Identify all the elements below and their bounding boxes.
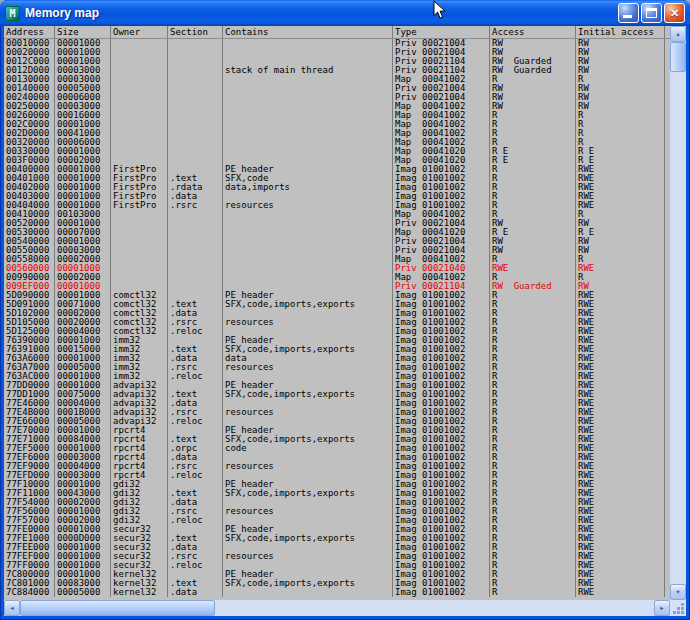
table-row[interactable]: 77FF000000001000secur32.relocImag 010010… bbox=[4, 561, 670, 570]
resize-grip[interactable] bbox=[670, 600, 686, 616]
table-row[interactable]: 0040200000001000FirstPro.rdatadata,impor… bbox=[4, 183, 670, 192]
table-row[interactable]: 77FEF00000001000secur32.rsrcresourcesIma… bbox=[4, 552, 670, 561]
table-row[interactable]: 77DD000000001000advapi32PE headerImag 01… bbox=[4, 381, 670, 390]
table-row[interactable]: 5D10500000020000comctl32.rsrcresourcesIm… bbox=[4, 318, 670, 327]
table-row[interactable]: 0033000000001000Map 00041020R ER E bbox=[4, 147, 670, 156]
cell-access: R E bbox=[490, 228, 576, 237]
column-header-access[interactable]: Access bbox=[490, 26, 576, 38]
table-row[interactable]: 77FE10000000D000secur32.textSFX,code,imp… bbox=[4, 534, 670, 543]
minimize-button[interactable] bbox=[618, 3, 639, 23]
table-row[interactable]: 7C80000000001000kernel32PE headerImag 01… bbox=[4, 570, 670, 579]
table-row[interactable]: 7639100000015000imm32.textSFX,code,impor… bbox=[4, 345, 670, 354]
column-header-initial-access[interactable]: Initial access bbox=[576, 26, 665, 38]
cell-initial-access: R bbox=[576, 138, 665, 147]
table-row[interactable]: 77FE000000001000secur32PE headerImag 010… bbox=[4, 525, 670, 534]
table-row[interactable]: 77F5600000001000gdi32.rsrcresourcesImag … bbox=[4, 507, 670, 516]
table-row[interactable]: 5D12500000004000comctl32.relocImag 01001… bbox=[4, 327, 670, 336]
memory-map-client: AddressSizeOwnerSectionContainsTypeAcces… bbox=[4, 26, 686, 616]
table-row[interactable]: 0052000000001000Priv 00021004RWRW bbox=[4, 219, 670, 228]
table-row[interactable]: 0001000000001000Priv 00021004RWRW bbox=[4, 39, 670, 48]
table-row[interactable]: 77E6600000005000advapi32.relocImag 01001… bbox=[4, 417, 670, 426]
table-row[interactable]: 763AC00000001000imm32.relocImag 01001002… bbox=[4, 372, 670, 381]
cell-address: 77DD1000 bbox=[4, 390, 55, 399]
table-row[interactable]: 002D000000041000Map 00041002RR bbox=[4, 129, 670, 138]
table-row[interactable]: 77E7000000001000rpcrt4PE headerImag 0100… bbox=[4, 426, 670, 435]
table-row[interactable]: 0055800000002000Map 00041002RR bbox=[4, 255, 670, 264]
table-row[interactable]: 77FEE00000001000secur32.dataImag 0100100… bbox=[4, 543, 670, 552]
table-row[interactable]: 0002000000001000Priv 00021004RWRW bbox=[4, 48, 670, 57]
cell-initial-access: RWE bbox=[576, 354, 665, 363]
table-row[interactable]: 77EFD00000003000rpcrt4.relocImag 0100100… bbox=[4, 471, 670, 480]
table-row[interactable]: 77E4B0000001B000advapi32.rsrcresourcesIm… bbox=[4, 408, 670, 417]
column-header-contains[interactable]: Contains bbox=[223, 26, 393, 38]
vertical-scrollbar[interactable]: ▲ ▼ bbox=[670, 26, 686, 600]
horizontal-scrollbar[interactable]: ◄ ► bbox=[4, 600, 670, 616]
table-row[interactable]: 77E7100000084000rpcrt4.textSFX,code,impo… bbox=[4, 435, 670, 444]
table-row[interactable]: 7639000000001000imm32PE headerImag 01001… bbox=[4, 336, 670, 345]
table-row[interactable]: 0026000000016000Map 00041002RR bbox=[4, 111, 670, 120]
maximize-button[interactable] bbox=[641, 3, 662, 23]
table-row[interactable]: 0099000000002000Map 00041002RR bbox=[4, 273, 670, 282]
title-bar[interactable]: M Memory map ✕ bbox=[0, 0, 690, 26]
table-row[interactable]: 0040400000001000FirstPro.rsrcresourcesIm… bbox=[4, 201, 670, 210]
horizontal-scroll-thumb[interactable] bbox=[20, 600, 215, 616]
close-button[interactable]: ✕ bbox=[664, 3, 685, 23]
cell-type: Imag 01001002 bbox=[393, 165, 490, 174]
table-row[interactable]: 77EF900000004000rpcrt4.rsrcresourcesImag… bbox=[4, 462, 670, 471]
table-row[interactable]: 0012D00000003000stack of main threadPriv… bbox=[4, 66, 670, 75]
table-row[interactable]: 77EF500000001000rpcrt4.orpccodeImag 0100… bbox=[4, 444, 670, 453]
vertical-scroll-thumb[interactable] bbox=[670, 42, 686, 72]
table-row[interactable]: 0013000000003000Map 00041002RR bbox=[4, 75, 670, 84]
cell-owner: gdi32 bbox=[111, 507, 168, 516]
cell-contains bbox=[223, 228, 393, 237]
table-row[interactable]: 763A700000005000imm32.rsrcresourcesImag … bbox=[4, 363, 670, 372]
cell-type: Priv 00021104 bbox=[393, 57, 490, 66]
table-row[interactable]: 763A600000001000imm32.datadataImag 01001… bbox=[4, 354, 670, 363]
scroll-left-button[interactable]: ◄ bbox=[4, 600, 20, 616]
table-row[interactable]: 0012C00000001000Priv 00021104RW GuardedR… bbox=[4, 57, 670, 66]
cell-initial-access: RWE bbox=[576, 534, 665, 543]
cell-address: 77FEF000 bbox=[4, 552, 55, 561]
cell-access: RW bbox=[490, 102, 576, 111]
table-row[interactable]: 5D09000000001000comctl32PE headerImag 01… bbox=[4, 291, 670, 300]
table-row[interactable]: 0032000000006000Map 00041002RR bbox=[4, 138, 670, 147]
column-header-address[interactable]: Address bbox=[4, 26, 55, 38]
cell-address: 77E71000 bbox=[4, 435, 55, 444]
table-row[interactable]: 7C80100000083000kernel32.textSFX,code,im… bbox=[4, 579, 670, 588]
table-row[interactable]: 002C000000001000Map 00041002RR bbox=[4, 120, 670, 129]
vertical-scroll-track[interactable] bbox=[670, 42, 686, 584]
table-row[interactable]: 77F1000000001000gdi32PE headerImag 01001… bbox=[4, 480, 670, 489]
column-header-size[interactable]: Size bbox=[55, 26, 111, 38]
table-row[interactable]: 0040300000001000FirstPro.dataImag 010010… bbox=[4, 192, 670, 201]
table-row[interactable]: 0024000000006000Priv 00021004RWRW bbox=[4, 93, 670, 102]
table-row[interactable]: 0040000000001000FirstProPE headerImag 01… bbox=[4, 165, 670, 174]
table-row[interactable]: 77EF600000003000rpcrt4.dataImag 01001002… bbox=[4, 453, 670, 462]
table-row[interactable]: 0040100000001000FirstPro.textSFX,codeIma… bbox=[4, 174, 670, 183]
column-header-section[interactable]: Section bbox=[168, 26, 223, 38]
column-header-owner[interactable]: Owner bbox=[111, 26, 168, 38]
table-row[interactable]: 003F000000002000Map 00041020R ER E bbox=[4, 156, 670, 165]
table-row[interactable]: 5D09100000071000comctl32.textSFX,code,im… bbox=[4, 300, 670, 309]
table-row[interactable]: 7C88400000005000kernel32.dataImag 010010… bbox=[4, 588, 670, 597]
table-row[interactable]: 77DD100000075000advapi32.textSFX,code,im… bbox=[4, 390, 670, 399]
table-row[interactable]: 77F1100000043000gdi32.textSFX,code,impor… bbox=[4, 489, 670, 498]
table-row[interactable]: 009EF00000001000Priv 00021104RW GuardedR… bbox=[4, 282, 670, 291]
table-row[interactable]: 0054000000001000Priv 00021004RWRW bbox=[4, 237, 670, 246]
table-row[interactable]: 0041000000103000Map 00041002RR bbox=[4, 210, 670, 219]
horizontal-scroll-track[interactable] bbox=[20, 600, 654, 616]
scroll-down-button[interactable]: ▼ bbox=[670, 584, 686, 600]
table-row[interactable]: 0053000000007000Map 00041020R ER E bbox=[4, 228, 670, 237]
table-row[interactable]: 0014000000005000Priv 00021004RWRW bbox=[4, 84, 670, 93]
table-row[interactable]: 77F5400000002000gdi32.dataImag 01001002R… bbox=[4, 498, 670, 507]
table-row[interactable]: 77E4600000004000advapi32.dataImag 010010… bbox=[4, 399, 670, 408]
column-header-type[interactable]: Type bbox=[393, 26, 490, 38]
scroll-up-button[interactable]: ▲ bbox=[670, 26, 686, 42]
table-row[interactable]: 0055000000003000Priv 00021004RWRW bbox=[4, 246, 670, 255]
scroll-right-button[interactable]: ► bbox=[654, 600, 670, 616]
table-row[interactable]: 0056000000001000Priv 00021040RWERWE bbox=[4, 264, 670, 273]
cell-owner bbox=[111, 147, 168, 156]
table-row[interactable]: 77F5700000002000gdi32.relocImag 01001002… bbox=[4, 516, 670, 525]
table-row[interactable]: 0025000000003000Map 00041002RWRW bbox=[4, 102, 670, 111]
cell-section: .text bbox=[168, 435, 223, 444]
table-row[interactable]: 5D10200000002000comctl32.dataImag 010010… bbox=[4, 309, 670, 318]
